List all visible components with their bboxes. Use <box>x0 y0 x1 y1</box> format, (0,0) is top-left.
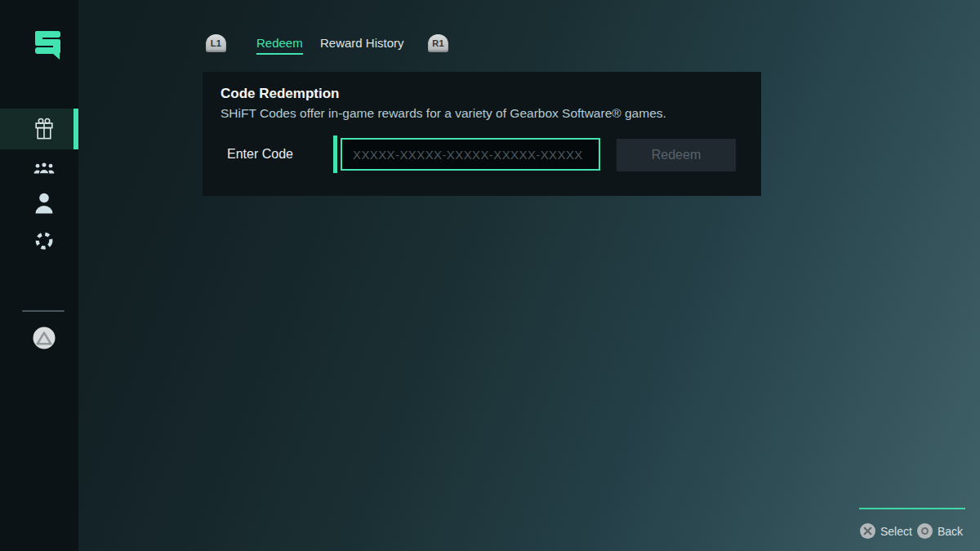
sidebar-item-profile[interactable] <box>0 188 78 219</box>
gift-icon <box>35 118 53 140</box>
hint-back-label: Back <box>938 525 963 538</box>
sidebar <box>0 0 78 551</box>
r1-shoulder-button-icon: R1 <box>428 34 448 52</box>
active-indicator-bar <box>74 109 78 149</box>
code-input[interactable] <box>341 138 600 171</box>
person-icon <box>34 193 54 214</box>
input-focus-bar <box>333 136 337 173</box>
tab-redeem[interactable]: Redeem <box>256 36 303 55</box>
triangle-avatar-icon <box>33 327 56 349</box>
group-icon <box>33 162 55 174</box>
card-title: Code Redemption <box>220 86 339 102</box>
tab-reward-history[interactable]: Reward History <box>320 36 404 50</box>
shift-logo <box>33 28 63 60</box>
hint-select-label: Select <box>880 525 912 538</box>
sidebar-item-community[interactable] <box>0 157 78 178</box>
sidebar-item-activity[interactable] <box>0 229 78 253</box>
code-redemption-card: Code Redemption SHiFT Codes offer in-gam… <box>203 72 761 196</box>
l1-shoulder-button-icon: L1 <box>206 34 226 52</box>
hint-divider-line <box>859 508 965 509</box>
code-input-group <box>333 136 603 173</box>
circle-button-icon <box>917 523 933 539</box>
sidebar-item-rewards[interactable] <box>0 109 78 149</box>
redeem-button[interactable]: Redeem <box>617 139 736 171</box>
card-subtitle: SHiFT Codes offer in-game rewards for a … <box>220 106 666 121</box>
hint-back: Back <box>917 523 963 539</box>
enter-code-label: Enter Code <box>227 147 293 162</box>
cross-button-icon <box>860 523 875 539</box>
shift-redeem-screen: L1 Redeem Reward History R1 Code Redempt… <box>0 0 980 551</box>
hint-select: Select <box>860 523 912 539</box>
ring-icon <box>34 231 54 251</box>
sidebar-divider <box>22 310 65 312</box>
